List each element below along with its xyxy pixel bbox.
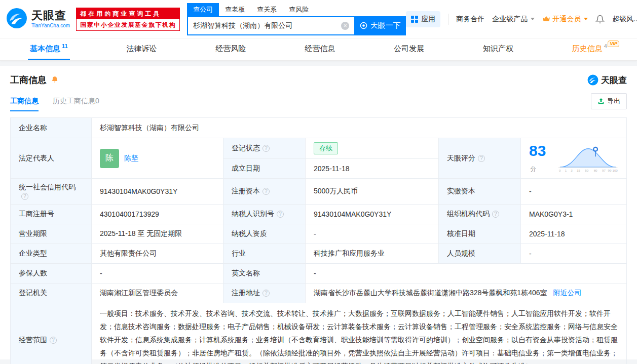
- crown-icon: [542, 16, 550, 22]
- tab-intellectual-property[interactable]: 知识产权: [481, 38, 515, 60]
- field-value-credit-code: 91430104MAK0G0Y31Y: [92, 179, 223, 205]
- nav-enterprise-products[interactable]: 企业级产品: [492, 15, 535, 24]
- field-value-approval-date: 2025-11-18: [521, 224, 627, 244]
- score-unit: 分: [530, 166, 536, 173]
- logo-subtitle: TianYanCha.com: [31, 23, 70, 28]
- slogan-line1: 都在用的商业查询工具: [77, 8, 179, 19]
- chevron-down-icon: [584, 18, 588, 20]
- tab-operation-risk[interactable]: 经营风险: [213, 38, 248, 60]
- help-icon[interactable]: ?: [21, 193, 28, 200]
- field-value-english-name: -: [306, 264, 627, 284]
- field-label-business-scope: 经营范围?: [11, 303, 92, 364]
- nav-vip-label: 开通会员: [552, 15, 581, 24]
- tianyancha-logo[interactable]: 天眼查 TianYanCha.com: [6, 8, 70, 31]
- apps-grid-icon: [411, 16, 418, 23]
- search-button[interactable]: 天眼一下: [354, 16, 406, 35]
- search-tab-boss[interactable]: 查老板: [219, 3, 251, 16]
- subtab-history-business-info[interactable]: 历史工商信息0: [53, 97, 99, 111]
- field-label-reg-status: 登记状态?: [223, 138, 306, 159]
- field-label-paid-capital: 实缴资本: [439, 179, 521, 205]
- business-info-card: 工商信息 天眼查 工商信息 历史工商信息0 导出 企业名称 杉湖智算科技（湖南）…: [0, 66, 637, 359]
- score-distribution-chart: 0 1 3 15 50 80 97 99 100: [557, 143, 618, 174]
- table-row: 统一社会信用代码? 91430104MAK0G0Y31Y 注册资本? 5000万…: [11, 179, 627, 205]
- field-value-staff-size: -: [521, 244, 627, 264]
- search-button-label: 天眼一下: [370, 21, 401, 30]
- tab-legal-litigation[interactable]: 法律诉讼: [125, 38, 159, 60]
- field-label-legal-rep: 法定代表人: [11, 138, 92, 179]
- subtab-business-info[interactable]: 工商信息: [10, 97, 39, 111]
- field-label-taxpayer-id: 纳税人识别号?: [223, 205, 306, 224]
- brand-slogan: 都在用的商业查询工具 国家中小企业发展基金旗下机构: [76, 8, 180, 31]
- field-value-reg-capital: 5000万人民币: [306, 179, 439, 205]
- svg-text:100: 100: [612, 169, 618, 172]
- help-icon[interactable]: ?: [263, 188, 270, 195]
- nav-vip-upgrade[interactable]: 开通会员: [542, 15, 588, 24]
- section-title: 工商信息: [10, 74, 47, 86]
- field-value-score: 83分 0 1 3 15 50 80 97 99 100: [521, 138, 627, 179]
- search-area: 查公司 查老板 查关系 查风险 × 天眼一下: [187, 3, 406, 35]
- field-label-company-type: 企业类型: [11, 244, 92, 264]
- table-row: 登记机关 湖南湘江新区管理委员会 注册地址? 湖南省长沙市岳麓山大学科技城岳麓街…: [11, 284, 627, 303]
- tab-history-info[interactable]: 历史信息 4 VIP: [570, 38, 609, 60]
- field-value-industry: 科技推广和应用服务业: [306, 244, 439, 264]
- vip-badge: VIP: [608, 41, 619, 47]
- table-row: 营业期限 2025-11-18 至 无固定期限 纳税人资质 - 核准日期 202…: [11, 224, 627, 244]
- tab-company-development[interactable]: 公司发展: [392, 38, 426, 60]
- tab-history-label: 历史信息: [572, 44, 603, 54]
- address-text: 湖南省长沙市岳麓山大学科技城岳麓街道潇湘中路328号麓枫和苑1栋406室: [314, 289, 547, 297]
- field-label-reg-number: 工商注册号: [11, 205, 92, 224]
- notification-bell[interactable]: [595, 15, 605, 24]
- table-row: 经营范围? 一般项目：技术服务、技术开发、技术咨询、技术交流、技术转让、技术推广…: [11, 303, 627, 364]
- chevron-down-icon: [531, 18, 535, 20]
- tab-history-count: 4: [604, 43, 607, 49]
- search-tab-relation[interactable]: 查关系: [251, 3, 283, 16]
- search-tabs: 查公司 查老板 查关系 查风险: [187, 3, 406, 16]
- search-tab-company[interactable]: 查公司: [187, 3, 219, 16]
- nearby-companies-link[interactable]: 附近公司: [553, 289, 581, 297]
- search-input[interactable]: [193, 22, 341, 30]
- search-button-eye-icon: [360, 22, 367, 29]
- field-value-paid-capital: -: [521, 179, 627, 205]
- tab-basic-info[interactable]: 基本信息 11: [28, 38, 70, 60]
- watermark-logo: 天眼查: [587, 74, 627, 86]
- table-row: 法定代表人 陈 陈坚 登记状态? 存续 天眼评分? 83分: [11, 138, 627, 159]
- nav-enterprise-label: 企业级产品: [492, 15, 528, 24]
- monitor-bell-icon[interactable]: [51, 76, 59, 84]
- nav-business-cooperation[interactable]: 商务合作: [456, 15, 484, 24]
- field-label-score: 天眼评分?: [439, 138, 521, 179]
- field-label-insured-count: 参保人数: [11, 264, 92, 284]
- nav-user[interactable]: 超级风...: [612, 15, 637, 24]
- svg-text:97: 97: [602, 169, 606, 172]
- field-label-industry: 行业: [223, 244, 306, 264]
- field-label-reg-capital: 注册资本?: [223, 179, 306, 205]
- logo-title: 天眼查: [31, 9, 66, 22]
- table-row: 参保人数 - 英文名称 -: [11, 264, 627, 284]
- field-label-taxpayer-quality: 纳税人资质: [223, 224, 306, 244]
- svg-text:3: 3: [571, 169, 573, 172]
- help-icon[interactable]: ?: [492, 211, 499, 218]
- help-icon[interactable]: ?: [263, 290, 270, 297]
- export-button[interactable]: 导出: [591, 93, 627, 109]
- clear-search-icon[interactable]: ×: [341, 22, 349, 30]
- help-icon[interactable]: ?: [263, 145, 270, 152]
- section-header: 工商信息 天眼查: [10, 74, 627, 86]
- bell-icon: [595, 15, 605, 24]
- watermark-logo-icon: [587, 74, 598, 86]
- export-label: 导出: [607, 97, 620, 106]
- field-label-approval-date: 核准日期: [439, 224, 521, 244]
- search-box: × 天眼一下: [187, 16, 406, 35]
- help-icon[interactable]: ?: [50, 337, 57, 344]
- field-label-org-code: 组织机构代码?: [439, 205, 521, 224]
- search-tab-risk[interactable]: 查风险: [283, 3, 315, 16]
- field-label-business-term: 营业期限: [11, 224, 92, 244]
- field-value-address: 湖南省长沙市岳麓山大学科技城岳麓街道潇湘中路328号麓枫和苑1栋406室 附近公…: [306, 284, 627, 303]
- nav-apps[interactable]: 应用: [406, 11, 440, 27]
- tab-basic-info-label: 基本信息: [30, 44, 60, 54]
- legal-rep-avatar[interactable]: 陈: [100, 149, 119, 168]
- field-value-establish-date: 2025-11-18: [306, 159, 439, 179]
- tab-business-info[interactable]: 经营信息: [303, 38, 337, 60]
- legal-rep-link[interactable]: 陈坚: [124, 154, 138, 163]
- help-icon[interactable]: ?: [478, 155, 485, 162]
- field-label-registry: 登记机关: [11, 284, 92, 303]
- help-icon[interactable]: ?: [277, 211, 284, 218]
